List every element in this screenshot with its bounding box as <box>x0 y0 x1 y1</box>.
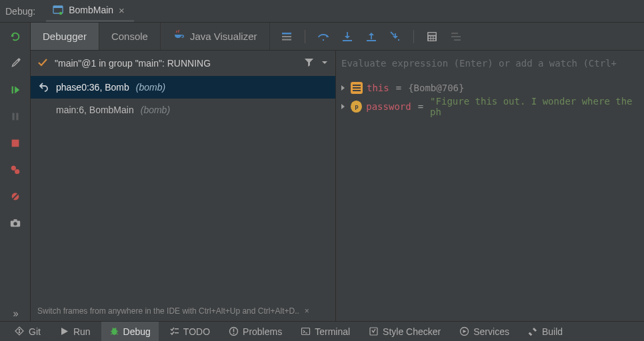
svg-rect-32 <box>433 39 435 41</box>
svg-rect-36 <box>353 85 361 86</box>
step-into-icon[interactable] <box>341 31 353 43</box>
application-icon <box>53 5 63 15</box>
var-name: this <box>367 83 389 93</box>
separator <box>305 30 305 43</box>
bottom-git-label: Git <box>29 326 41 337</box>
svg-line-45 <box>117 331 118 332</box>
trace-icon[interactable] <box>450 31 462 43</box>
bottom-problems-label: Problems <box>243 326 282 337</box>
frame-row[interactable]: main:6, BombMain (bomb) <box>31 99 335 121</box>
separator <box>413 30 414 43</box>
bottom-run[interactable]: Run <box>51 322 99 341</box>
filter-icon[interactable] <box>304 57 314 69</box>
bottom-debug-label: Debug <box>123 326 151 337</box>
evaluate-icon[interactable] <box>426 31 438 43</box>
bottom-debug[interactable]: Debug <box>101 322 159 341</box>
svg-rect-15 <box>282 33 291 35</box>
bottom-services[interactable]: Services <box>451 322 517 341</box>
svg-point-14 <box>13 222 17 225</box>
svg-rect-54 <box>233 333 235 334</box>
tab-debugger-label: Debugger <box>43 31 87 42</box>
equals: = <box>396 83 401 93</box>
hint-row: Switch frames from anywhere in the IDE w… <box>31 301 335 321</box>
frame-pkg: (bomb) <box>136 82 165 93</box>
svg-point-9 <box>15 169 19 174</box>
bottom-terminal-label: Terminal <box>315 326 350 337</box>
primitive-badge-icon: p <box>351 101 362 113</box>
chevron-right-icon[interactable] <box>340 83 347 93</box>
frame-text: main:6, BombMain <box>56 105 134 115</box>
debug-label: Debug: <box>5 6 35 17</box>
tab-console-label: Console <box>111 31 148 42</box>
close-icon[interactable]: × <box>305 306 309 316</box>
svg-rect-17 <box>282 39 291 40</box>
session-tab[interactable]: BombMain × <box>46 0 134 22</box>
bottom-problems[interactable]: Problems <box>221 322 290 341</box>
svg-rect-50 <box>175 328 179 330</box>
svg-rect-27 <box>429 36 431 38</box>
settings-icon[interactable] <box>8 56 23 71</box>
check-icon <box>37 57 48 70</box>
evaluate-input[interactable] <box>341 58 639 69</box>
frames-header: "main"@1 in group "main": RUNNING <box>31 51 335 76</box>
frames-pane: "main"@1 in group "main": RUNNING phase0… <box>31 51 336 321</box>
camera-icon[interactable] <box>8 216 23 230</box>
svg-rect-59 <box>529 332 533 336</box>
tab-visualizer[interactable]: Java Visualizer <box>161 23 270 50</box>
variable-list: this = {Bomb@706} p password = "Figure t… <box>336 76 644 321</box>
evaluate-field[interactable] <box>336 51 644 76</box>
variable-row[interactable]: p password = "Figure this out. I wonder … <box>336 97 644 116</box>
bottom-terminal[interactable]: Terminal <box>293 322 358 341</box>
svg-rect-35 <box>454 39 461 41</box>
expand-icon[interactable]: ›› <box>8 306 23 321</box>
debug-tabs: Debugger Console Java Visualizer <box>31 23 644 51</box>
step-over-icon[interactable] <box>317 31 329 43</box>
stop-icon[interactable] <box>8 136 23 151</box>
drop-frame-icon[interactable] <box>39 81 49 94</box>
svg-rect-1 <box>53 6 63 8</box>
hint-text: Switch frames from anywhere in the IDE w… <box>37 306 299 316</box>
resume-icon[interactable] <box>8 83 23 97</box>
svg-point-43 <box>111 328 117 335</box>
thread-title[interactable]: "main"@1 in group "main": RUNNING <box>55 58 297 69</box>
debug-header: Debug: BombMain × <box>0 0 644 23</box>
pause-icon[interactable] <box>8 109 23 124</box>
close-icon[interactable]: × <box>119 5 125 16</box>
tab-visualizer-label: Java Visualizer <box>190 31 257 42</box>
bottom-todo[interactable]: TODO <box>161 322 218 341</box>
variable-row[interactable]: this = {Bomb@706} <box>336 79 644 97</box>
bottom-services-label: Services <box>473 326 509 337</box>
bottom-style-label: Style Checker <box>383 326 441 337</box>
svg-rect-26 <box>428 33 435 35</box>
rerun-icon[interactable] <box>8 29 23 44</box>
step-out-icon[interactable] <box>365 31 377 43</box>
svg-rect-24 <box>398 39 399 41</box>
debug-gutter: ›› <box>0 23 31 321</box>
var-name: password <box>366 101 411 112</box>
var-value: "Figure this out. I wonder where the ph <box>430 96 640 117</box>
chevron-right-icon[interactable] <box>340 101 347 112</box>
svg-rect-30 <box>429 39 431 41</box>
object-badge-icon <box>351 82 363 94</box>
bottom-style[interactable]: Style Checker <box>361 322 449 341</box>
equals: = <box>418 101 423 112</box>
tab-debugger[interactable]: Debugger <box>31 23 99 50</box>
mute-breakpoints-icon[interactable] <box>8 189 23 204</box>
run-to-cursor-icon[interactable] <box>389 31 401 43</box>
bottom-git[interactable]: Git <box>7 322 49 341</box>
tab-console[interactable]: Console <box>99 23 161 50</box>
frame-text: phase0:36, Bomb <box>56 82 129 93</box>
svg-line-47 <box>117 334 118 334</box>
breakpoints-icon[interactable] <box>8 163 23 177</box>
show-execution-icon[interactable] <box>281 31 293 43</box>
svg-rect-55 <box>302 328 310 335</box>
chevron-down-icon[interactable] <box>321 59 329 69</box>
var-value: {Bomb@706} <box>408 83 464 93</box>
svg-rect-4 <box>11 87 13 94</box>
frame-pkg: (bomb) <box>141 105 170 115</box>
frame-row[interactable]: phase0:36, Bomb (bomb) <box>31 76 335 99</box>
svg-point-2 <box>59 12 62 15</box>
bottom-build[interactable]: Build <box>520 322 571 341</box>
svg-rect-29 <box>433 36 435 38</box>
variables-pane: this = {Bomb@706} p password = "Figure t… <box>336 51 644 321</box>
